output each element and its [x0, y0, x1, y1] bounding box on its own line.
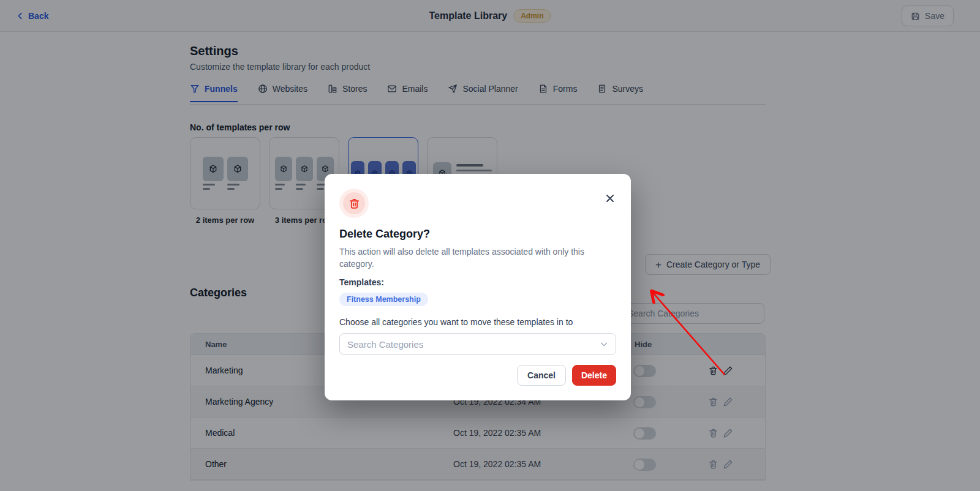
trash-icon-halo — [339, 189, 369, 218]
select-placeholder: Search Categories — [347, 339, 423, 350]
choose-categories-label: Choose all categories you want to move t… — [339, 317, 616, 327]
delete-category-modal: Delete Category? This action will also d… — [325, 174, 631, 400]
templates-label: Templates: — [339, 277, 616, 287]
cancel-button[interactable]: Cancel — [517, 365, 566, 386]
close-icon[interactable] — [605, 193, 615, 203]
modal-description: This action will also delete all templat… — [339, 246, 616, 270]
chevron-down-icon — [600, 340, 608, 348]
trash-icon — [343, 192, 365, 214]
template-badge: Fitness Membership — [339, 293, 428, 306]
delete-button[interactable]: Delete — [572, 365, 616, 386]
modal-title: Delete Category? — [339, 228, 616, 241]
move-categories-select[interactable]: Search Categories — [339, 333, 616, 355]
